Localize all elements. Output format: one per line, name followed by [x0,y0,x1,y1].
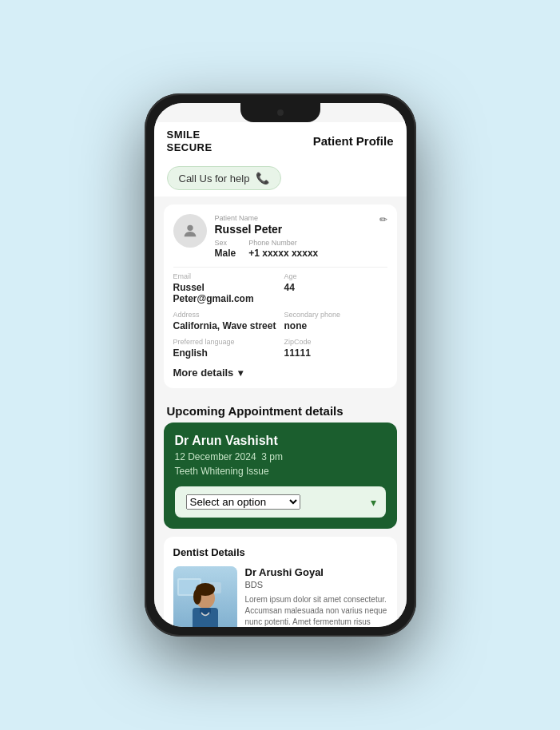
svg-point-8 [193,589,201,605]
secondary-phone-label: Secondary phone [284,311,387,319]
sex-label: Sex [215,239,236,247]
patient-card: Patient Name Russel Peter Sex Male Phone… [164,204,397,388]
zipcode-value: 11111 [284,347,387,359]
more-details-toggle[interactable]: More details ▾ [173,367,387,379]
email-value: Russel Peter@gmail.com [173,282,276,304]
more-details-label: More details [173,367,234,379]
phone-label: Phone Number [248,239,318,247]
avatar [173,214,207,248]
appointment-datetime: 12 December 2024 3 pm [175,451,386,462]
dentist-section-title: Dentist Details [173,546,387,558]
zipcode-block: ZipCode 11111 [284,338,387,359]
phone-device: SMILE SECURE Patient Profile Call Us for… [145,93,416,637]
call-button-wrap: Call Us for help 📞 [154,160,407,196]
sex-item: Sex Male [215,239,236,259]
dentist-photo [173,566,237,627]
lang-label: Preferred language [173,338,276,346]
phone-screen: SMILE SECURE Patient Profile Call Us for… [154,103,407,627]
phone-icon: 📞 [256,172,269,184]
chevron-down-icon: ▾ [238,367,243,379]
appt-date: 12 December 2024 [175,451,256,462]
patient-details-grid: Email Russel Peter@gmail.com Age 44 Addr… [173,272,387,359]
sex-value: Male [215,248,236,259]
lang-block: Preferred language English [173,338,276,359]
secondary-phone-value: none [284,320,387,331]
address-block: Address California, Wave street [173,311,276,331]
dentist-content: Dr Arushi Goyal BDS Lorem ipsum dolor si… [173,566,387,627]
call-us-button[interactable]: Call Us for help 📞 [167,166,282,190]
app-logo: SMILE SECURE [167,129,212,153]
camera-dot [277,109,284,116]
screen-content: SMILE SECURE Patient Profile Call Us for… [154,103,407,627]
dentist-section: Dentist Details [164,537,397,627]
dentist-degree: BDS [245,580,387,589]
age-label: Age [284,272,387,280]
phone-notch [240,103,320,122]
dentist-info: Dr Arushi Goyal BDS Lorem ipsum dolor si… [245,566,387,627]
appointment-section-title: Upcoming Appointment details [154,396,407,423]
call-label: Call Us for help [179,173,250,184]
appointment-doctor: Dr Arun Vashisht [175,434,386,448]
age-block: Age 44 [284,272,387,304]
zipcode-label: ZipCode [284,338,387,346]
svg-point-0 [187,225,193,231]
email-block: Email Russel Peter@gmail.com [173,272,276,304]
appointment-select[interactable]: Select an option Reschedule Cancel Appoi… [186,494,300,510]
dentist-name: Dr Arushi Goyal [245,566,387,578]
email-label: Email [173,272,276,280]
appointment-card: Dr Arun Vashisht 12 December 2024 3 pm T… [164,423,397,529]
patient-basic-info: Patient Name Russel Peter Sex Male Phone… [215,214,387,259]
patient-name-label: Patient Name [215,214,387,222]
divider [173,267,387,268]
phone-value: +1 xxxxx xxxxx [248,248,318,259]
secondary-phone-block: Secondary phone none [284,311,387,331]
age-value: 44 [284,282,387,293]
select-option-wrapper[interactable]: Select an option Reschedule Cancel Appoi… [175,486,386,518]
dentist-description: Lorem ipsum dolor sit amet consectetur. … [245,594,387,627]
phone-item: Phone Number +1 xxxxx xxxxx [248,239,318,259]
address-value: California, Wave street [173,320,276,331]
address-label: Address [173,311,276,319]
lang-value: English [173,347,276,359]
edit-icon[interactable]: ✏ [379,214,387,225]
appointment-issue: Teeth Whitening Issue [175,466,386,477]
page-title: Patient Profile [313,134,394,148]
appt-time: 3 pm [261,451,283,462]
patient-top-section: Patient Name Russel Peter Sex Male Phone… [173,214,387,259]
patient-name: Russel Peter [215,223,387,236]
header: SMILE SECURE Patient Profile [154,122,407,160]
patient-sex-phone-row: Sex Male Phone Number +1 xxxxx xxxxx [215,239,387,259]
